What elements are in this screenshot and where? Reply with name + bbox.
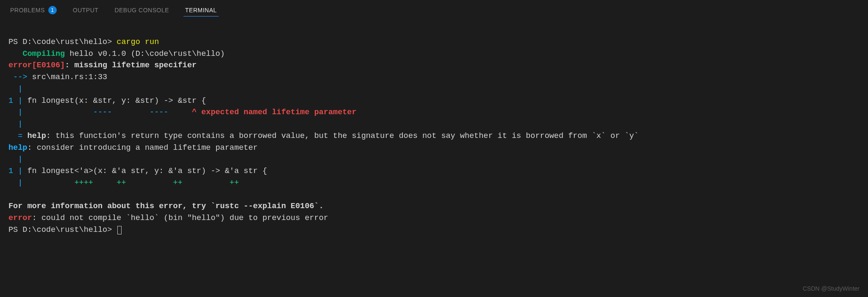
terminal-output[interactable]: PS D:\code\rust\hello> cargo run Compili… <box>0 17 868 244</box>
gutter-line-no: 1 <box>8 167 18 176</box>
compiling-label: Compiling <box>8 50 65 58</box>
error-message: : missing lifetime specifier <box>65 61 197 70</box>
compiling-rest: hello v0.1.0 (D:\code\rust\hello) <box>65 50 225 58</box>
cursor-icon <box>117 226 122 234</box>
underline-dashes: ---- ---- <box>22 108 192 117</box>
gutter-line-no: 1 <box>8 96 18 105</box>
help-label: help <box>8 143 27 152</box>
error-code: error[E0106] <box>8 61 65 70</box>
gutter-pipe: | <box>8 85 22 94</box>
tab-problems-label: PROBLEMS <box>10 7 45 14</box>
prompt-path: PS D:\code\rust\hello> <box>8 226 116 234</box>
plus-markers: ++++ ++ ++ ++ <box>22 179 239 187</box>
help-text: : consider introducing a named lifetime … <box>27 143 258 152</box>
gutter-pipe: | <box>8 179 22 187</box>
gutter-eq: = <box>8 132 27 140</box>
help-label: help <box>27 132 46 140</box>
error-compile-msg: : could not compile `hello` (bin "hello"… <box>32 214 328 223</box>
suggested-line: fn longest<'a>(x: &'a str, y: &'a str) -… <box>27 167 267 176</box>
tab-output-label: OUTPUT <box>73 7 99 14</box>
gutter-pipe: | <box>18 167 27 176</box>
watermark: CSDN @StudyWinter <box>803 285 860 292</box>
help-text: : this function's return type contains a… <box>46 132 639 140</box>
tab-output[interactable]: OUTPUT <box>71 4 100 16</box>
prompt-command: cargo run <box>116 38 159 47</box>
panel-tabs: PROBLEMS 1 OUTPUT DEBUG CONSOLE TERMINAL <box>0 0 868 17</box>
location-arrow: --> <box>8 73 32 82</box>
source-line: fn longest(x: &str, y: &str) -> &str { <box>27 96 206 105</box>
more-info: For more information about this error, t… <box>8 202 324 211</box>
location: src\main.rs:1:33 <box>32 73 108 82</box>
gutter-pipe: | <box>8 155 22 164</box>
tab-terminal[interactable]: TERMINAL <box>183 4 219 16</box>
tab-problems[interactable]: PROBLEMS 1 <box>8 3 58 17</box>
problems-badge: 1 <box>48 6 57 14</box>
gutter-pipe: | <box>8 108 22 117</box>
gutter-pipe: | <box>18 96 27 105</box>
tab-debug-console[interactable]: DEBUG CONSOLE <box>113 4 171 16</box>
error-label: error <box>8 214 32 223</box>
tab-terminal-label: TERMINAL <box>185 7 217 14</box>
prompt-path: PS D:\code\rust\hello> <box>8 38 116 47</box>
gutter-pipe: | <box>8 120 22 129</box>
caret-message: ^ expected named lifetime parameter <box>192 108 357 117</box>
tab-debug-label: DEBUG CONSOLE <box>114 7 169 14</box>
